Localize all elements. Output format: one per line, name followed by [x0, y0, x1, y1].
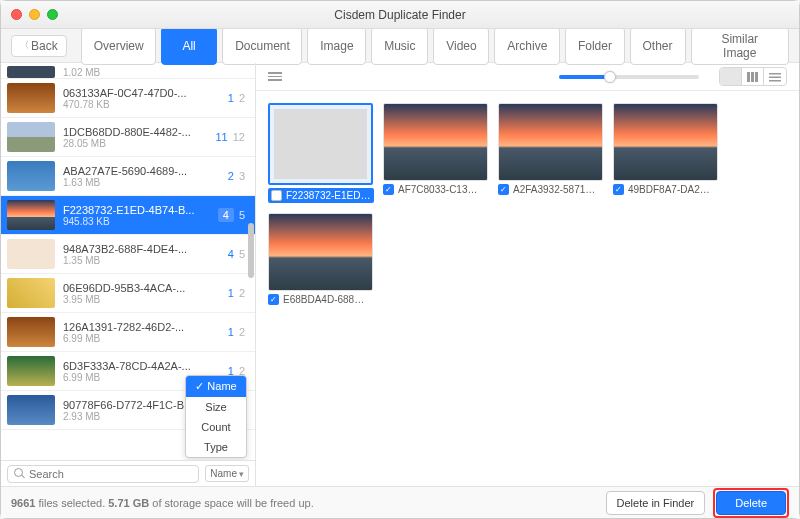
file-name: A2FA3932-5871-4...: [513, 184, 598, 195]
total-dup-count: 2: [239, 326, 245, 338]
tab-folder[interactable]: Folder: [565, 27, 625, 65]
thumbnail: [7, 395, 55, 425]
delete-highlight: Delete: [713, 488, 789, 518]
thumbnail-size-slider[interactable]: [559, 75, 699, 79]
thumbnail: [7, 278, 55, 308]
view-grid-icon[interactable]: [720, 68, 742, 85]
tab-other[interactable]: Other: [630, 27, 686, 65]
file-size: 6.99 MB: [63, 333, 220, 344]
thumbnail: [498, 103, 603, 181]
file-name: 49BDF8A7-DA2A-...: [628, 184, 713, 195]
view-columns-icon[interactable]: [742, 68, 764, 85]
sort-option-size[interactable]: Size: [186, 397, 246, 417]
main-pane: F2238732-E1ED-4...✓AF7C8033-C13B-4...✓A2…: [256, 63, 799, 486]
checkbox-icon[interactable]: ✓: [268, 294, 279, 305]
selected-dup-count: 1: [228, 287, 234, 299]
selected-dup-count: 4: [228, 248, 234, 260]
thumbnail: [7, 317, 55, 347]
checkbox-icon[interactable]: ✓: [383, 184, 394, 195]
total-dup-count: 2: [239, 287, 245, 299]
grid-item[interactable]: ✓E68BDA4D-688C-...: [268, 213, 373, 305]
total-dup-count: 5: [239, 209, 245, 221]
file-name: 948A73B2-688F-4DE4-...: [63, 243, 220, 255]
thumbnail: [613, 103, 718, 181]
file-name: 06E96DD-95B3-4ACA-...: [63, 282, 220, 294]
svg-rect-5: [769, 80, 781, 82]
duplicate-group-list: 1.02 MB063133AF-0C47-47D0-...470.78 KB12…: [1, 63, 255, 460]
thumbnail: [7, 239, 55, 269]
view-mode-segmented[interactable]: [719, 67, 787, 86]
file-name: 6D3F333A-78CD-4A2A-...: [63, 360, 220, 372]
list-toggle-icon[interactable]: [268, 72, 282, 81]
tab-all[interactable]: All: [161, 27, 217, 65]
checkbox-icon[interactable]: ✓: [613, 184, 624, 195]
tab-music[interactable]: Music: [371, 27, 428, 65]
search-field[interactable]: [29, 468, 192, 480]
list-item[interactable]: 063133AF-0C47-47D0-...470.78 KB12: [1, 79, 255, 118]
app-window: Cisdem Duplicate Finder 〈Back OverviewAl…: [0, 0, 800, 519]
file-name: 126A1391-7282-46D2-...: [63, 321, 220, 333]
footer: 9661 files selected. 5.71 GB of storage …: [1, 486, 799, 518]
sort-option-count[interactable]: Count: [186, 417, 246, 437]
tab-document[interactable]: Document: [222, 27, 302, 65]
sidebar: 1.02 MB063133AF-0C47-47D0-...470.78 KB12…: [1, 63, 256, 486]
grid-item[interactable]: F2238732-E1ED-4...: [268, 103, 373, 203]
tab-archive[interactable]: Archive: [494, 27, 560, 65]
search-input[interactable]: [7, 465, 199, 483]
sort-popup[interactable]: NameSizeCountType: [185, 375, 247, 458]
freed-size: 5.71 GB: [108, 497, 149, 509]
grid-item[interactable]: ✓49BDF8A7-DA2A-...: [613, 103, 718, 203]
titlebar: Cisdem Duplicate Finder: [1, 1, 799, 29]
sort-option-name[interactable]: Name: [186, 376, 246, 397]
list-item[interactable]: 126A1391-7282-46D2-...6.99 MB12: [1, 313, 255, 352]
total-dup-count: 5: [239, 248, 245, 260]
thumbnail: [7, 122, 55, 152]
checkbox-icon[interactable]: [271, 190, 282, 201]
selected-dup-count: 1: [228, 92, 234, 104]
selected-dup-count: 2: [228, 170, 234, 182]
delete-in-finder-button[interactable]: Delete in Finder: [606, 491, 706, 515]
list-item[interactable]: ABA27A7E-5690-4689-...1.63 MB23: [1, 157, 255, 196]
svg-rect-2: [755, 72, 758, 82]
grid-item[interactable]: ✓AF7C8033-C13B-4...: [383, 103, 488, 203]
tab-overview[interactable]: Overview: [81, 27, 156, 65]
file-name: E68BDA4D-688C-...: [283, 294, 368, 305]
thumbnail: [7, 356, 55, 386]
file-size: 3.95 MB: [63, 294, 220, 305]
checkbox-icon[interactable]: ✓: [498, 184, 509, 195]
list-item[interactable]: F2238732-E1ED-4B74-B...945.83 KB45: [1, 196, 255, 235]
list-item[interactable]: 1DCB68DD-880E-4482-...28.05 MB1112: [1, 118, 255, 157]
grid-item[interactable]: ✓A2FA3932-5871-4...: [498, 103, 603, 203]
thumbnail: [268, 213, 373, 291]
total-dup-count: 3: [239, 170, 245, 182]
tab-image[interactable]: Image: [307, 27, 366, 65]
file-size: 1.35 MB: [63, 255, 220, 266]
sort-option-type[interactable]: Type: [186, 437, 246, 457]
tab-similar-image[interactable]: Similar Image: [691, 27, 790, 65]
svg-rect-4: [769, 76, 781, 78]
thumbnail: [383, 103, 488, 181]
total-dup-count: 2: [239, 92, 245, 104]
delete-button[interactable]: Delete: [716, 491, 786, 515]
selected-dup-count: 4: [218, 208, 234, 222]
search-icon: [14, 468, 25, 479]
thumbnail: [7, 200, 55, 230]
toolbar: 〈Back OverviewAllDocumentImageMusicVideo…: [1, 29, 799, 63]
list-item[interactable]: 06E96DD-95B3-4ACA-...3.95 MB12: [1, 274, 255, 313]
view-list-icon[interactable]: [764, 68, 786, 85]
list-item[interactable]: 948A73B2-688F-4DE4-...1.35 MB45: [1, 235, 255, 274]
file-size: 28.05 MB: [63, 138, 208, 149]
file-name: F2238732-E1ED-4B74-B...: [63, 204, 210, 216]
selected-count: 9661: [11, 497, 35, 509]
back-button[interactable]: 〈Back: [11, 35, 67, 57]
svg-rect-0: [747, 72, 750, 82]
selected-dup-count: 1: [228, 326, 234, 338]
tab-video[interactable]: Video: [433, 27, 489, 65]
sort-dropdown[interactable]: Name▾: [205, 465, 249, 482]
svg-rect-1: [751, 72, 754, 82]
window-title: Cisdem Duplicate Finder: [1, 8, 799, 22]
selected-dup-count: 11: [216, 131, 228, 143]
scrollbar[interactable]: [248, 223, 254, 278]
thumbnail: [268, 103, 373, 185]
file-size: 470.78 KB: [63, 99, 220, 110]
